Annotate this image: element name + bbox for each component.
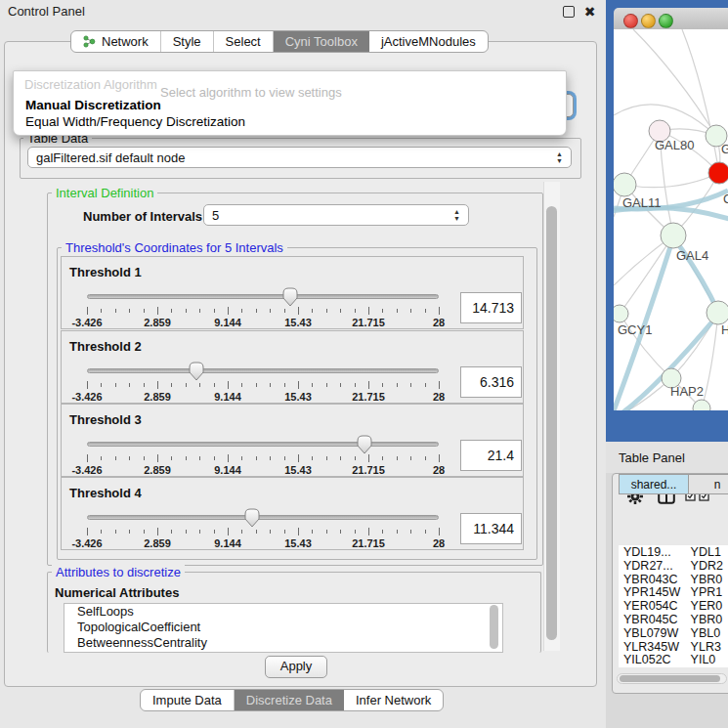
attribute-list-item[interactable]: BetweennessCentrality xyxy=(64,635,502,651)
interval-definition-title: Interval Definition xyxy=(52,186,157,200)
threshold-value-field[interactable]: 11.344 xyxy=(460,513,522,544)
table-row[interactable]: YPR145WYPR1 xyxy=(619,585,728,599)
table-row[interactable]: YER054CYER0 xyxy=(619,599,728,613)
slider-track[interactable] xyxy=(87,294,439,299)
table-row[interactable]: YLR345WYLR3 xyxy=(619,640,728,654)
tab-cyni-toolbox[interactable]: Cyni Toolbox xyxy=(274,31,369,52)
network-window-titlebar[interactable] xyxy=(614,8,728,30)
network-view-canvas[interactable]: GAL80GACGAL11GAL4GCY1HHAP2 xyxy=(614,29,728,410)
table-row[interactable]: YDL19...YDL1 xyxy=(619,545,728,559)
cell-shared-name[interactable]: YBR045C xyxy=(619,613,689,626)
threshold-label: Threshold 2 xyxy=(69,339,142,354)
table-row[interactable]: YBR045CYBR0 xyxy=(619,613,728,626)
table-row[interactable]: YDR27...YDR2 xyxy=(619,559,728,573)
tab-style[interactable]: Style xyxy=(161,31,214,52)
tab-label: Discretize Data xyxy=(246,693,332,707)
tick-label: 28 xyxy=(433,464,445,476)
cell-shared-name[interactable]: YLR345W xyxy=(619,640,689,654)
attributes-list-scrollbar[interactable] xyxy=(490,605,498,649)
screenshot-root: Control Panel ✖ NetworkStyleSelectCyni T… xyxy=(0,0,728,728)
network-edge[interactable] xyxy=(620,236,673,314)
cell-shared-name[interactable]: YBL079W xyxy=(619,626,689,640)
tab-jactivemnodules[interactable]: jActiveMNodules xyxy=(369,31,488,52)
cell-shared-name[interactable]: YDR27... xyxy=(619,559,689,573)
node-attribute-table[interactable]: YDL19...YDL1YDR27...YDR2YBR043CYBR0YPR14… xyxy=(619,545,728,667)
float-window-icon[interactable] xyxy=(563,6,575,18)
tab-network[interactable]: Network xyxy=(71,31,161,52)
network-node[interactable] xyxy=(614,305,628,322)
tab-select[interactable]: Select xyxy=(214,31,274,52)
column-header-shared-name[interactable]: shared... xyxy=(619,474,689,494)
cell-name[interactable]: YDR2 xyxy=(689,559,728,573)
tick-label: 28 xyxy=(433,391,445,403)
slider-thumb[interactable] xyxy=(189,362,204,381)
cell-name[interactable]: YER0 xyxy=(689,599,728,613)
table-hscrollbar-thumb[interactable] xyxy=(620,675,720,682)
cell-shared-name[interactable]: YDL19... xyxy=(619,545,689,559)
slider-thumb[interactable] xyxy=(357,435,372,454)
panel-scrollbar-thumb[interactable] xyxy=(546,206,557,640)
cell-name[interactable]: YBR0 xyxy=(689,573,728,586)
table-row[interactable]: YBL079WYBL0 xyxy=(619,626,728,640)
cell-shared-name[interactable]: YBR043C xyxy=(619,573,689,586)
popup-option-manual-discretization[interactable]: Manual Discretization xyxy=(16,98,573,112)
apply-button[interactable]: Apply xyxy=(265,656,327,678)
tab-label: jActiveMNodules xyxy=(381,34,476,49)
threshold-panel: Threshold 2-3.4262.8599.14415.4321.71528… xyxy=(61,330,524,404)
cell-shared-name[interactable]: YER054C xyxy=(619,599,689,613)
table-data-selected-value: galFiltered.sif default node xyxy=(36,150,185,165)
zoom-traffic-light-icon[interactable] xyxy=(659,14,673,28)
node-label: GAL11 xyxy=(622,195,662,210)
number-of-intervals-combobox[interactable]: 5 ▲▼ xyxy=(203,204,469,226)
cell-name[interactable]: YDL1 xyxy=(689,545,728,559)
slider-thumb[interactable] xyxy=(244,508,260,528)
control-panel-titlebar: Control Panel ✖ xyxy=(0,0,606,23)
close-traffic-light-icon[interactable] xyxy=(623,14,638,28)
attribute-list-item[interactable]: TopologicalCoefficient xyxy=(64,620,502,635)
network-edge[interactable] xyxy=(633,29,716,136)
cell-name[interactable]: YBL0 xyxy=(689,626,728,640)
threshold-slider[interactable]: -3.4262.8599.14415.4321.71528 xyxy=(87,507,439,550)
tab-impute-data[interactable]: Impute Data xyxy=(141,690,235,710)
numerical-attributes-label: Numerical Attributes xyxy=(55,585,179,600)
cell-name[interactable]: YBR0 xyxy=(689,613,728,626)
slider-track[interactable] xyxy=(87,368,439,373)
network-node[interactable] xyxy=(661,223,686,248)
algorithm-group-title: Discretization Algorithm xyxy=(21,77,161,92)
minimize-traffic-light-icon[interactable] xyxy=(641,14,656,28)
close-icon[interactable]: ✖ xyxy=(583,6,596,19)
network-node[interactable] xyxy=(708,162,728,184)
network-node[interactable] xyxy=(693,400,710,410)
network-node[interactable] xyxy=(614,173,636,196)
cell-name[interactable]: YLR3 xyxy=(689,640,728,654)
table-row[interactable]: YIL052CYIL0 xyxy=(619,653,728,666)
threshold-value-field[interactable]: 21.4 xyxy=(460,440,522,471)
threshold-slider[interactable]: -3.4262.8599.14415.4321.71528 xyxy=(87,361,439,404)
network-node[interactable] xyxy=(707,301,728,324)
tick-label: 21.715 xyxy=(352,391,385,403)
threshold-value-field[interactable]: 14.713 xyxy=(460,292,522,323)
threshold-value-field[interactable]: 6.316 xyxy=(460,366,522,398)
cell-shared-name[interactable]: YIL052C xyxy=(619,653,689,666)
slider-thumb[interactable] xyxy=(282,287,298,307)
threshold-slider[interactable]: -3.4262.8599.14415.4321.71528 xyxy=(87,286,439,329)
table-data-combobox[interactable]: galFiltered.sif default node ▲▼ xyxy=(27,147,572,168)
cell-name[interactable]: YPR1 xyxy=(689,585,728,599)
tab-infer-network[interactable]: Infer Network xyxy=(344,690,443,710)
threshold-panel: Threshold 3-3.4262.8599.14415.4321.71528… xyxy=(61,404,524,477)
column-header-name[interactable]: n xyxy=(688,474,728,494)
table-row[interactable]: YBR043CYBR0 xyxy=(619,573,728,586)
slider-track[interactable] xyxy=(87,515,439,520)
numerical-attributes-list[interactable]: SelfLoopsTopologicalCoefficientBetweenne… xyxy=(64,603,503,653)
tab-discretize-data[interactable]: Discretize Data xyxy=(235,690,344,710)
threshold-slider[interactable]: -3.4262.8599.14415.4321.71528 xyxy=(87,434,439,477)
slider-track[interactable] xyxy=(87,442,439,447)
cell-shared-name[interactable]: YPR145W xyxy=(619,585,689,599)
attribute-list-item[interactable]: SelfLoops xyxy=(64,604,502,620)
network-icon xyxy=(83,35,96,48)
network-edge[interactable] xyxy=(624,173,719,188)
cell-name[interactable]: YIL0 xyxy=(689,653,728,666)
table-hscrollbar-track[interactable] xyxy=(617,673,727,684)
tab-label: Select xyxy=(226,34,261,49)
popup-option-equal-width-frequency[interactable]: Equal Width/Frequency Discretization xyxy=(16,114,573,129)
